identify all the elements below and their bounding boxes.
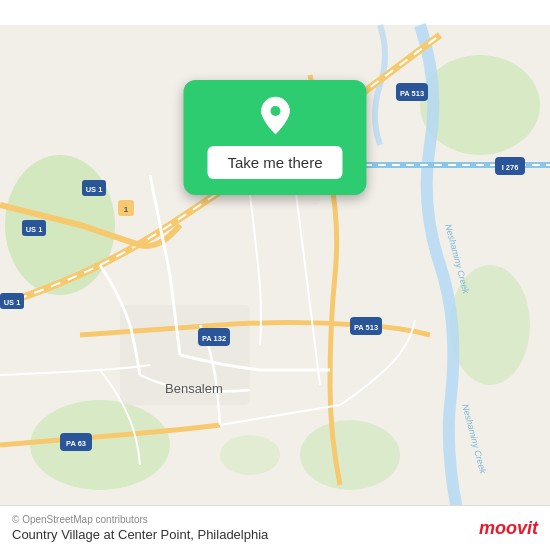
take-me-there-button[interactable]: Take me there <box>207 146 342 179</box>
us1-shield-3: US 1 <box>4 298 21 307</box>
moovit-brand-text: moovit <box>479 518 538 539</box>
us1-shield-1: US 1 <box>26 225 43 234</box>
pa132-shield: PA 132 <box>202 334 226 343</box>
us1-shield-2: US 1 <box>86 185 103 194</box>
svg-point-19 <box>270 106 280 116</box>
bottom-bar: © OpenStreetMap contributors Country Vil… <box>0 505 550 550</box>
location-pin-icon <box>255 96 295 136</box>
location-popup: Take me there <box>183 80 366 195</box>
map-container: Neshaminy Creek Neshaminy Creek <box>0 0 550 550</box>
bensalem-place-label: Bensalem <box>165 381 223 396</box>
attribution-text: © OpenStreetMap contributors <box>12 514 268 525</box>
location-name-text: Country Village at Center Point, Philade… <box>12 527 268 542</box>
bottom-bar-info: © OpenStreetMap contributors Country Vil… <box>12 514 268 542</box>
pa63-shield: PA 63 <box>66 439 86 448</box>
pa513-shield-1: PA 513 <box>400 89 424 98</box>
svg-point-5 <box>300 420 400 490</box>
moovit-logo: moovit <box>479 518 538 539</box>
rt1-label: 1 <box>124 205 129 214</box>
pa513-shield-2: PA 513 <box>354 323 378 332</box>
svg-point-1 <box>5 155 115 295</box>
svg-point-4 <box>30 400 170 490</box>
svg-point-6 <box>220 435 280 475</box>
popup-card: Take me there <box>183 80 366 195</box>
i276-shield: I 276 <box>502 163 519 172</box>
